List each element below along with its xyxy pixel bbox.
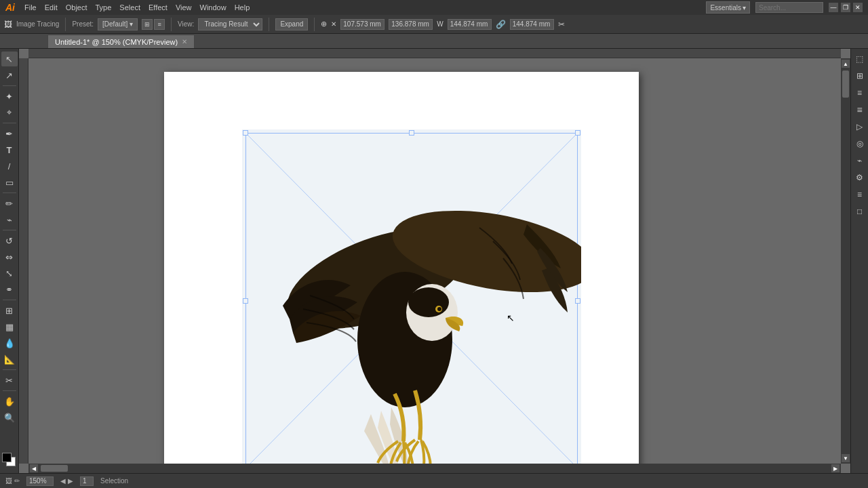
menu-bar: File Edit Object Type Select Effect View… <box>24 3 250 12</box>
h-input[interactable] <box>510 19 554 30</box>
more-transform-icon[interactable]: ✂ <box>558 20 565 29</box>
x-input[interactable] <box>340 19 384 30</box>
menu-object[interactable]: Object <box>66 3 87 12</box>
title-bar-left: Ai File Edit Object Type Select Effect V… <box>5 2 250 13</box>
v-scrollbar[interactable]: ▲ ▼ <box>841 58 850 464</box>
panel-grid-btn[interactable]: ≡ <box>852 85 867 100</box>
status-text: Selection <box>100 477 128 485</box>
w-input[interactable] <box>448 19 492 30</box>
wh-icon: W <box>437 20 443 28</box>
main-layout: ↖ ↗ ✦ ⌖ ✒ T / ▭ ✏ ⌁ ↺ ⇔ ⤡ ⚭ ⊞ ▦ 💧 📐 ✂ ✋ … <box>0 49 868 473</box>
doc-tabs: Untitled-1* @ 150% (CMYK/Preview) ✕ <box>0 34 868 49</box>
sep1 <box>65 18 66 31</box>
doc-tab-active[interactable]: Untitled-1* @ 150% (CMYK/Preview) ✕ <box>47 35 195 48</box>
tool-selection[interactable]: ↖ <box>1 52 18 66</box>
zoom-input[interactable] <box>26 476 54 486</box>
panel-layers-btn[interactable]: ≡ <box>852 102 867 117</box>
maximize-button[interactable]: ❐ <box>841 3 850 12</box>
preset-label: Preset: <box>72 20 94 28</box>
panel-arrow-btn[interactable]: ⬚ <box>852 52 867 66</box>
tool-rect[interactable]: ▭ <box>1 175 18 190</box>
panel-artboard-btn[interactable]: ⊞ <box>852 68 867 83</box>
tool-slice[interactable]: ✂ <box>1 373 18 388</box>
menu-window[interactable]: Window <box>200 3 226 12</box>
h-scroll-right[interactable]: ▶ <box>831 464 840 472</box>
essentials-button[interactable]: Essentials ▾ <box>706 1 750 14</box>
prev-artboard[interactable]: ◀ <box>60 477 66 485</box>
search-input[interactable] <box>755 2 823 13</box>
tool-direct-selection[interactable]: ↗ <box>1 68 18 83</box>
preset-icon2[interactable]: ≡ <box>154 19 165 30</box>
panel-actions-btn[interactable]: ▷ <box>852 119 867 134</box>
artboard-input[interactable] <box>80 476 94 486</box>
view-dropdown[interactable]: Tracing Result <box>198 18 262 30</box>
tool-pencil[interactable]: ✏ <box>1 196 18 211</box>
tool-mesh[interactable]: ⊞ <box>1 303 18 318</box>
tool-line[interactable]: / <box>1 159 18 174</box>
minimize-button[interactable]: — <box>829 3 838 12</box>
pencil-icon: ✏ <box>14 477 20 485</box>
menu-select[interactable]: Select <box>119 3 140 12</box>
tab-close-button[interactable]: ✕ <box>182 38 187 45</box>
menu-effect[interactable]: Effect <box>149 3 167 12</box>
tool-rotate[interactable]: ↺ <box>1 233 18 248</box>
expand-button[interactable]: Expand <box>275 18 308 30</box>
tool-sep6 <box>3 369 16 370</box>
tool-lasso[interactable]: ⌖ <box>1 105 18 120</box>
tool-eyedropper[interactable]: 💧 <box>1 336 18 350</box>
panel-stacks-btn[interactable]: ≡ <box>852 187 867 202</box>
preset-dropdown[interactable]: [Default] ▾ <box>98 18 138 30</box>
panel-page-btn[interactable]: □ <box>852 204 867 219</box>
y-input[interactable] <box>389 19 433 30</box>
nav-arrows: ◀ ▶ <box>60 477 73 485</box>
h-scrollbar[interactable]: ◀ ▶ <box>28 464 841 473</box>
sep3 <box>269 18 269 31</box>
transform-icon: ⊕ <box>321 20 327 28</box>
eagle-image <box>242 129 581 472</box>
menu-help[interactable]: Help <box>235 3 250 12</box>
panel-brush-btn[interactable]: ⌁ <box>852 153 867 168</box>
tool-sep7 <box>3 390 16 391</box>
tool-reflect[interactable]: ⇔ <box>1 249 18 264</box>
menu-edit[interactable]: Edit <box>45 3 58 12</box>
title-bar: Ai File Edit Object Type Select Effect V… <box>0 0 868 15</box>
tool-hand[interactable]: ✋ <box>1 394 18 409</box>
image-tracing-label: Image Tracing <box>16 20 59 28</box>
color-box[interactable] <box>2 453 17 468</box>
tool-pen[interactable]: ✒ <box>1 126 18 141</box>
app-logo: Ai <box>5 2 15 13</box>
h-scroll-left[interactable]: ◀ <box>30 464 38 472</box>
menu-view[interactable]: View <box>176 3 192 12</box>
panel-appearance-btn[interactable]: ◎ <box>852 136 867 151</box>
preset-icon1[interactable]: ⊞ <box>142 19 153 30</box>
left-toolbar: ↖ ↗ ✦ ⌖ ✒ T / ▭ ✏ ⌁ ↺ ⇔ ⤡ ⚭ ⊞ ▦ 💧 📐 ✂ ✋ … <box>0 49 19 473</box>
tool-scale[interactable]: ⤡ <box>1 266 18 281</box>
menu-file[interactable]: File <box>24 3 37 12</box>
art-icon: 🖼 <box>5 477 12 485</box>
tool-measure[interactable]: 📐 <box>1 352 18 367</box>
tool-brush[interactable]: ⌁ <box>1 212 18 227</box>
tool-text[interactable]: T <box>1 142 18 157</box>
link-icon[interactable]: 🔗 <box>496 20 506 29</box>
tool-gradient[interactable]: ▦ <box>1 319 18 334</box>
tool-magic-wand[interactable]: ✦ <box>1 89 18 104</box>
next-artboard[interactable]: ▶ <box>68 477 73 485</box>
h-scroll-thumb[interactable] <box>41 465 68 472</box>
x-icon: ✕ <box>331 20 336 28</box>
canvas-area: ↖ ▲ ▼ ◀ ▶ <box>19 49 850 473</box>
foreground-color-swatch[interactable] <box>2 453 12 462</box>
v-scroll-thumb[interactable] <box>842 70 849 98</box>
v-scroll-down[interactable]: ▼ <box>842 454 850 462</box>
window-controls: — ❐ ✕ <box>829 3 863 12</box>
tool-blend[interactable]: ⚭ <box>1 282 18 297</box>
tool-sep3 <box>3 192 16 193</box>
close-button[interactable]: ✕ <box>853 3 863 12</box>
toolbar: 🖼 Image Tracing Preset: [Default] ▾ ⊞ ≡ … <box>0 15 868 34</box>
tool-zoom[interactable]: 🔍 <box>1 410 18 425</box>
v-scroll-up[interactable]: ▲ <box>842 60 850 68</box>
svg-point-7 <box>408 287 449 317</box>
tool-sep2 <box>3 123 16 123</box>
panel-symbols-btn[interactable]: ⚙ <box>852 170 867 185</box>
title-bar-right: Essentials ▾ — ❐ ✕ <box>706 1 863 14</box>
menu-type[interactable]: Type <box>96 3 112 12</box>
